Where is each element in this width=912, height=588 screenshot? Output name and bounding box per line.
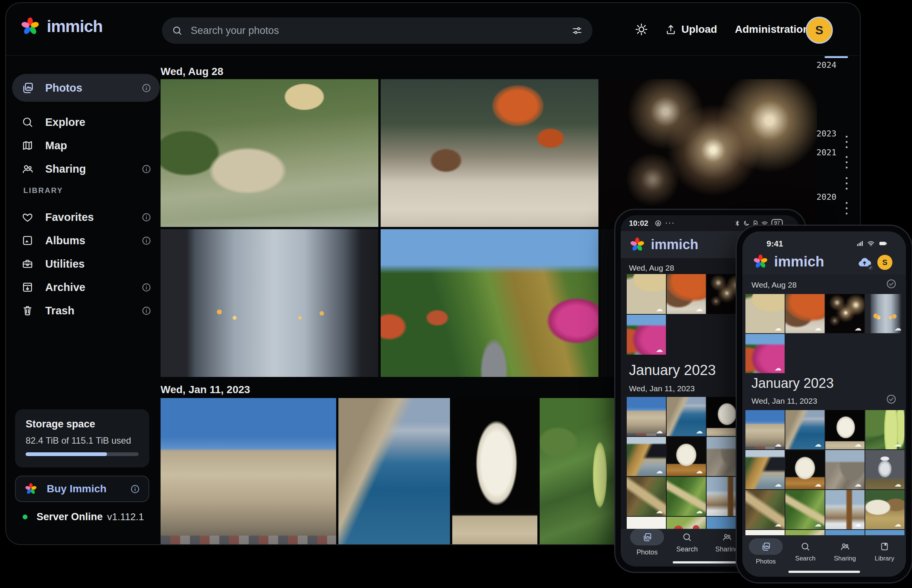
sidebar-item-sharing[interactable]: Sharing: [12, 158, 160, 179]
info-icon[interactable]: [141, 306, 152, 316]
thumb-lizard[interactable]: [746, 490, 784, 529]
scrubber-year[interactable]: 2024: [810, 60, 843, 70]
photo-marble-bust[interactable]: [452, 398, 538, 545]
sidebar-item-albums[interactable]: Albums: [12, 230, 160, 251]
scrubber-year[interactable]: 2021: [810, 148, 843, 157]
people-icon: [722, 532, 732, 542]
info-icon[interactable]: [141, 212, 152, 222]
nav-item-sharing[interactable]: Sharing: [825, 538, 865, 562]
more-dots-icon: ···: [665, 218, 675, 227]
sidebar-item-utilities[interactable]: Utilities: [12, 253, 160, 275]
upload-icon: [665, 23, 677, 36]
home-indicator[interactable]: [788, 571, 860, 573]
buy-immich-label: Buy Immich: [47, 483, 107, 495]
buy-immich-button[interactable]: Buy Immich: [15, 476, 149, 502]
nav-item-library[interactable]: Library: [865, 538, 904, 562]
thumb-zoo-monkeys[interactable]: [627, 274, 666, 314]
search-bar[interactable]: Search your photos: [162, 17, 592, 44]
thumb-holding-hands[interactable]: [865, 294, 904, 333]
backup-cloud-button[interactable]: ✓: [857, 255, 872, 270]
sidebar-item-map[interactable]: Map: [12, 135, 160, 156]
thumb-coastal-town[interactable]: [785, 410, 825, 449]
photo-zoo-monkeys[interactable]: [161, 79, 378, 227]
thumb-marble-bust[interactable]: [825, 410, 865, 449]
sidebar-item-archive[interactable]: Archive: [12, 277, 160, 298]
user-avatar[interactable]: S: [806, 16, 833, 44]
thumb-flower-park[interactable]: [746, 334, 784, 373]
photo-coastal-town[interactable]: [338, 398, 450, 545]
search-icon: [682, 532, 692, 542]
thumb-coastal-town[interactable]: [667, 397, 706, 436]
thumb-autumn-dinner[interactable]: [667, 274, 706, 314]
sidebar-label: Albums: [45, 234, 85, 247]
active-nav-pill: [630, 529, 664, 545]
nav-item-photos[interactable]: Photos: [628, 529, 667, 556]
thumb-fortress[interactable]: [746, 410, 784, 449]
filter-sliders-icon[interactable]: [571, 25, 583, 36]
user-avatar[interactable]: S: [877, 255, 893, 270]
sidebar-item-photos[interactable]: Photos: [12, 74, 160, 102]
photos-icon: [761, 542, 771, 551]
active-nav-pill: [749, 538, 783, 555]
nav-item-search[interactable]: Search: [667, 529, 707, 553]
map-icon: [21, 139, 34, 152]
thumb-green-berries[interactable]: [865, 410, 904, 449]
select-all-check-icon[interactable]: [886, 278, 897, 289]
moon-dnd-icon: [743, 220, 750, 227]
info-icon[interactable]: [141, 236, 152, 246]
thumb-ruined-wall[interactable]: [825, 450, 865, 489]
thumb-autumn-dinner[interactable]: [785, 294, 825, 333]
theme-toggle-button[interactable]: [634, 3, 648, 56]
scrubber-year[interactable]: 2020: [810, 192, 843, 202]
nav-item-search[interactable]: Search: [786, 538, 825, 562]
thumb-lizard[interactable]: [627, 477, 666, 516]
sidebar-item-trash[interactable]: Trash: [12, 300, 160, 321]
iphone-mockup: 9:41 immich ✓ S Wed, Aug 28 January 2023: [736, 225, 912, 583]
thumb-alpine-farm[interactable]: [865, 490, 904, 529]
storage-title: Storage space: [26, 418, 139, 430]
thumb-fireworks[interactable]: [825, 294, 865, 333]
thumb-silver-ornament[interactable]: [865, 450, 904, 489]
sidebar-section-library: LIBRARY: [23, 186, 63, 195]
status-time: 10:02: [629, 219, 648, 228]
month-header: January 2023: [629, 362, 716, 378]
info-icon[interactable]: [130, 484, 140, 494]
select-all-check-icon[interactable]: [886, 394, 897, 405]
photo-fortress-walls[interactable]: [161, 398, 336, 545]
thumb-zoo-monkeys[interactable]: [746, 294, 784, 333]
administration-link[interactable]: Administration: [735, 3, 809, 56]
thumb-marble-figures[interactable]: [667, 437, 706, 476]
thumb-beach-cliff[interactable]: [627, 437, 666, 476]
brand-name: immich: [774, 254, 824, 270]
sidebar-item-favorites[interactable]: Favorites: [12, 207, 160, 228]
thumb-lizard-moss[interactable]: [667, 477, 706, 516]
backup-check-badge: ✓: [868, 265, 873, 271]
immich-screenshots-composition: immich Search your photos Upload Adminis…: [0, 0, 912, 588]
search-icon: [801, 542, 810, 551]
signal-bars-icon: [856, 239, 865, 248]
upload-button[interactable]: Upload: [665, 3, 717, 56]
thumb-winter-village[interactable]: [825, 490, 865, 529]
sidebar-item-explore[interactable]: Explore: [12, 111, 160, 132]
scrubber-year[interactable]: 2023: [810, 129, 843, 138]
immich-logo[interactable]: immich: [19, 16, 103, 37]
explore-search-icon: [21, 116, 34, 128]
photo-autumn-dinner[interactable]: [381, 79, 599, 227]
photo-fireworks[interactable]: [601, 79, 817, 227]
storage-usage: 82.4 TiB of 115.1 TiB used: [26, 435, 139, 446]
thumb-marble-figures[interactable]: [785, 450, 825, 489]
photo-holding-hands[interactable]: [161, 229, 378, 377]
iphone-screen: 9:41 immich ✓ S Wed, Aug 28 January 2023: [743, 231, 906, 577]
thumb-beach-cliff[interactable]: [746, 450, 784, 489]
scrubber-position-indicator[interactable]: [825, 56, 848, 58]
nav-item-photos[interactable]: Photos: [746, 538, 785, 565]
photo-flower-park[interactable]: [381, 229, 599, 377]
storage-progress-fill: [26, 452, 107, 456]
thumb-lizard-moss[interactable]: [785, 490, 825, 529]
sidebar-label: Utilities: [45, 258, 85, 270]
info-icon[interactable]: [141, 83, 152, 93]
thumb-flower-park[interactable]: [627, 315, 666, 355]
thumb-fortress[interactable]: [627, 397, 666, 436]
info-icon[interactable]: [141, 282, 152, 292]
info-icon[interactable]: [141, 164, 152, 174]
